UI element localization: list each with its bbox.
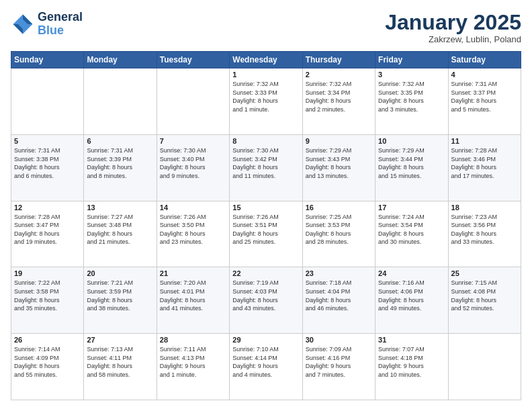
day-number: 28 (160, 336, 226, 344)
day-info: Sunrise: 7:28 AM Sunset: 3:47 PM Dayligh… (14, 213, 81, 246)
calendar-header-row: SundayMondayTuesdayWednesdayThursdayFrid… (11, 52, 521, 68)
calendar-day-cell: 14Sunrise: 7:26 AM Sunset: 3:50 PM Dayli… (157, 201, 229, 267)
calendar-day-cell: 13Sunrise: 7:27 AM Sunset: 3:48 PM Dayli… (84, 201, 157, 267)
day-number: 27 (87, 336, 153, 344)
day-info: Sunrise: 7:29 AM Sunset: 3:43 PM Dayligh… (306, 146, 372, 180)
day-number: 11 (451, 137, 518, 145)
day-number: 6 (87, 137, 153, 145)
day-info: Sunrise: 7:31 AM Sunset: 3:39 PM Dayligh… (87, 146, 153, 180)
day-info: Sunrise: 7:27 AM Sunset: 3:48 PM Dayligh… (87, 213, 153, 246)
calendar-day-cell: 20Sunrise: 7:21 AM Sunset: 3:59 PM Dayli… (84, 267, 157, 334)
calendar-day-cell: 28Sunrise: 7:11 AM Sunset: 4:13 PM Dayli… (157, 334, 229, 400)
calendar-week-row: 12Sunrise: 7:28 AM Sunset: 3:47 PM Dayli… (11, 201, 521, 267)
day-number: 13 (87, 203, 153, 212)
day-number: 29 (232, 336, 299, 344)
day-number: 17 (378, 203, 445, 212)
calendar-day-cell: 18Sunrise: 7:23 AM Sunset: 3:56 PM Dayli… (448, 201, 521, 267)
day-number: 3 (378, 71, 445, 79)
day-number: 4 (451, 71, 518, 79)
weekday-header: Saturday (448, 52, 521, 68)
day-number: 21 (160, 269, 226, 277)
logo-text: General Blue (38, 11, 83, 38)
day-number: 16 (306, 203, 372, 212)
title-block: January 2025 Zakrzew, Lublin, Poland (385, 11, 521, 44)
calendar-day-cell: 21Sunrise: 7:20 AM Sunset: 4:01 PM Dayli… (157, 267, 229, 334)
day-number: 19 (14, 269, 81, 277)
calendar-day-cell: 26Sunrise: 7:14 AM Sunset: 4:09 PM Dayli… (11, 334, 84, 400)
day-number: 15 (232, 203, 299, 212)
day-info: Sunrise: 7:07 AM Sunset: 4:18 PM Dayligh… (378, 345, 445, 379)
day-info: Sunrise: 7:30 AM Sunset: 3:40 PM Dayligh… (160, 146, 226, 180)
calendar-week-row: 19Sunrise: 7:22 AM Sunset: 3:58 PM Dayli… (11, 267, 521, 334)
calendar-day-cell: 15Sunrise: 7:26 AM Sunset: 3:51 PM Dayli… (230, 201, 302, 267)
logo: General Blue (11, 11, 83, 38)
calendar-day-cell (84, 68, 157, 135)
day-info: Sunrise: 7:15 AM Sunset: 4:08 PM Dayligh… (451, 279, 518, 312)
calendar-week-row: 1Sunrise: 7:32 AM Sunset: 3:33 PM Daylig… (11, 68, 521, 135)
day-info: Sunrise: 7:14 AM Sunset: 4:09 PM Dayligh… (14, 345, 81, 379)
day-info: Sunrise: 7:22 AM Sunset: 3:58 PM Dayligh… (14, 279, 81, 312)
day-number: 26 (14, 336, 81, 344)
calendar-day-cell: 27Sunrise: 7:13 AM Sunset: 4:11 PM Dayli… (84, 334, 157, 400)
day-number: 24 (378, 269, 445, 277)
calendar-day-cell: 10Sunrise: 7:29 AM Sunset: 3:44 PM Dayli… (375, 134, 448, 201)
calendar-day-cell: 12Sunrise: 7:28 AM Sunset: 3:47 PM Dayli… (11, 201, 84, 267)
day-number: 2 (306, 71, 372, 79)
day-info: Sunrise: 7:25 AM Sunset: 3:53 PM Dayligh… (306, 213, 372, 246)
day-number: 31 (378, 336, 445, 344)
calendar: SundayMondayTuesdayWednesdayThursdayFrid… (11, 51, 521, 400)
day-number: 25 (451, 269, 518, 277)
day-number: 12 (14, 203, 81, 212)
day-number: 30 (306, 336, 372, 344)
page: General Blue January 2025 Zakrzew, Lubli… (0, 0, 532, 411)
day-number: 18 (451, 203, 518, 212)
day-info: Sunrise: 7:13 AM Sunset: 4:11 PM Dayligh… (87, 345, 153, 379)
calendar-day-cell: 6Sunrise: 7:31 AM Sunset: 3:39 PM Daylig… (84, 134, 157, 201)
calendar-day-cell: 8Sunrise: 7:30 AM Sunset: 3:42 PM Daylig… (230, 134, 302, 201)
calendar-week-row: 5Sunrise: 7:31 AM Sunset: 3:38 PM Daylig… (11, 134, 521, 201)
calendar-day-cell: 31Sunrise: 7:07 AM Sunset: 4:18 PM Dayli… (375, 334, 448, 400)
day-number: 20 (87, 269, 153, 277)
calendar-day-cell: 11Sunrise: 7:28 AM Sunset: 3:46 PM Dayli… (448, 134, 521, 201)
day-info: Sunrise: 7:31 AM Sunset: 3:38 PM Dayligh… (14, 146, 81, 180)
calendar-day-cell: 16Sunrise: 7:25 AM Sunset: 3:53 PM Dayli… (302, 201, 375, 267)
calendar-day-cell: 3Sunrise: 7:32 AM Sunset: 3:35 PM Daylig… (375, 68, 448, 135)
day-info: Sunrise: 7:32 AM Sunset: 3:34 PM Dayligh… (306, 80, 372, 113)
day-info: Sunrise: 7:20 AM Sunset: 4:01 PM Dayligh… (160, 279, 226, 312)
calendar-day-cell (448, 334, 521, 400)
day-number: 10 (378, 137, 445, 145)
day-info: Sunrise: 7:32 AM Sunset: 3:33 PM Dayligh… (232, 80, 299, 113)
day-number: 23 (306, 269, 372, 277)
logo-icon (11, 12, 35, 36)
calendar-day-cell: 5Sunrise: 7:31 AM Sunset: 3:38 PM Daylig… (11, 134, 84, 201)
day-number: 22 (232, 269, 299, 277)
main-title: January 2025 (385, 11, 521, 34)
day-number: 1 (232, 71, 299, 79)
day-info: Sunrise: 7:19 AM Sunset: 4:03 PM Dayligh… (232, 279, 299, 312)
calendar-day-cell: 22Sunrise: 7:19 AM Sunset: 4:03 PM Dayli… (230, 267, 302, 334)
calendar-day-cell: 30Sunrise: 7:09 AM Sunset: 4:16 PM Dayli… (302, 334, 375, 400)
calendar-day-cell: 4Sunrise: 7:31 AM Sunset: 3:37 PM Daylig… (448, 68, 521, 135)
weekday-header: Sunday (11, 52, 84, 68)
calendar-day-cell: 2Sunrise: 7:32 AM Sunset: 3:34 PM Daylig… (302, 68, 375, 135)
calendar-day-cell: 19Sunrise: 7:22 AM Sunset: 3:58 PM Dayli… (11, 267, 84, 334)
calendar-day-cell (157, 68, 229, 135)
weekday-header: Tuesday (157, 52, 229, 68)
calendar-day-cell: 7Sunrise: 7:30 AM Sunset: 3:40 PM Daylig… (157, 134, 229, 201)
day-info: Sunrise: 7:16 AM Sunset: 4:06 PM Dayligh… (378, 279, 445, 312)
calendar-day-cell: 9Sunrise: 7:29 AM Sunset: 3:43 PM Daylig… (302, 134, 375, 201)
day-info: Sunrise: 7:21 AM Sunset: 3:59 PM Dayligh… (87, 279, 153, 312)
header: General Blue January 2025 Zakrzew, Lubli… (11, 11, 521, 44)
day-info: Sunrise: 7:24 AM Sunset: 3:54 PM Dayligh… (378, 213, 445, 246)
day-info: Sunrise: 7:10 AM Sunset: 4:14 PM Dayligh… (232, 345, 299, 379)
calendar-day-cell (11, 68, 84, 135)
day-number: 8 (232, 137, 299, 145)
calendar-day-cell: 24Sunrise: 7:16 AM Sunset: 4:06 PM Dayli… (375, 267, 448, 334)
subtitle: Zakrzew, Lublin, Poland (385, 34, 521, 44)
day-number: 7 (160, 137, 226, 145)
day-info: Sunrise: 7:26 AM Sunset: 3:51 PM Dayligh… (232, 213, 299, 246)
day-info: Sunrise: 7:31 AM Sunset: 3:37 PM Dayligh… (451, 80, 518, 113)
day-info: Sunrise: 7:26 AM Sunset: 3:50 PM Dayligh… (160, 213, 226, 246)
calendar-day-cell: 29Sunrise: 7:10 AM Sunset: 4:14 PM Dayli… (230, 334, 302, 400)
day-number: 9 (306, 137, 372, 145)
